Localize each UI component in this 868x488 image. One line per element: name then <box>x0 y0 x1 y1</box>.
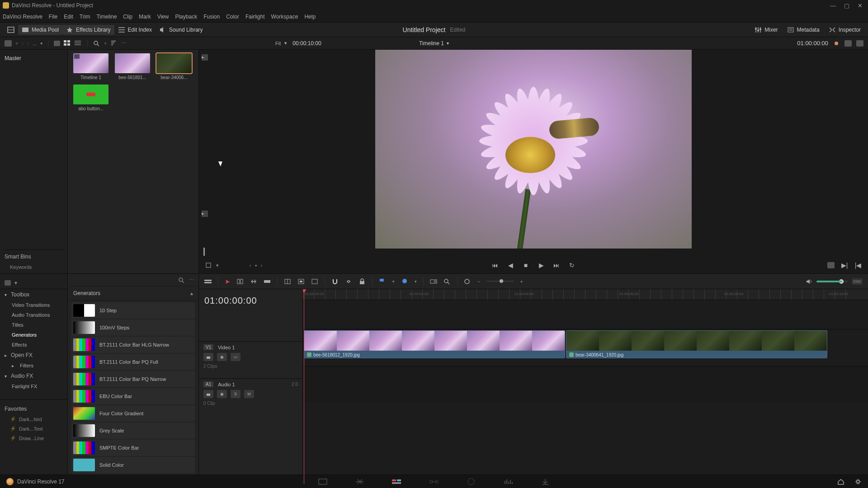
openfx-section[interactable]: ▸Open FX <box>0 350 67 361</box>
menu-clip[interactable]: Clip <box>123 14 132 20</box>
media-clip[interactable]: abo button... <box>72 84 109 111</box>
menu-view[interactable]: View <box>157 14 169 20</box>
volume-slider[interactable] <box>816 281 848 282</box>
solo-button[interactable]: S <box>231 390 241 398</box>
timeline-view-icon[interactable] <box>204 278 212 285</box>
generator-item[interactable]: BT.2111 Color Bar PQ Narrow <box>71 371 195 387</box>
favorite-item[interactable]: ⚡Dark...Text <box>0 424 67 433</box>
layout-button[interactable] <box>4 25 18 35</box>
collapse-icon[interactable]: ▴ <box>190 290 193 296</box>
dim-badge[interactable]: DIM <box>852 278 863 285</box>
snap-icon[interactable] <box>331 278 339 285</box>
media-pool-toggle[interactable]: Media Pool <box>18 25 62 35</box>
filters-item[interactable]: ▸Filters <box>0 361 67 371</box>
zoom-slider-knob[interactable] <box>500 279 503 283</box>
video-track-lane[interactable]: bee-5618012_1920.jpg bear-3400641_1920.j… <box>303 329 868 366</box>
selection-tool[interactable]: ➤ <box>225 278 230 285</box>
crop-icon[interactable] <box>205 262 212 268</box>
options-dots[interactable]: ⋯ <box>121 40 126 46</box>
home-icon[interactable] <box>837 479 844 485</box>
zoom-selection-icon[interactable] <box>430 278 437 285</box>
close-button[interactable]: ✕ <box>858 2 863 9</box>
options-dots[interactable]: ⋯ <box>189 277 194 283</box>
audiofx-section[interactable]: ▾Audio FX <box>0 371 67 381</box>
edit-index-toggle[interactable]: Edit Index <box>114 25 156 35</box>
audio-track-header[interactable]: A1 Audio 1 2.0 ◉ S M 0 Clip <box>199 378 302 415</box>
audio-track-tag[interactable]: A1 <box>203 381 213 387</box>
deliver-page-button[interactable] <box>540 478 550 486</box>
stop-button[interactable]: ■ <box>522 262 529 269</box>
track-enable-button[interactable]: ◉ <box>217 353 227 361</box>
media-clip[interactable]: bee-561801... <box>114 53 151 80</box>
effects-item[interactable]: Effects <box>0 340 67 350</box>
chevron-down-icon[interactable]: ▾ <box>447 41 449 46</box>
generators-item[interactable]: Generators <box>0 330 67 340</box>
timeline-clip-1[interactable]: bee-5618012_1920.jpg <box>304 330 565 358</box>
generator-item[interactable]: EBU Color Bar <box>71 388 195 404</box>
mixer-toggle[interactable]: Mixer <box>751 25 781 35</box>
track-enable-button[interactable]: ◉ <box>217 390 227 398</box>
insert-icon[interactable] <box>284 278 291 285</box>
trim-tool-icon[interactable] <box>236 278 244 285</box>
viewer-arrow-bottom[interactable]: ▸ <box>202 211 208 217</box>
prev-frame-button[interactable]: ◀ <box>507 262 514 269</box>
zoom-minus[interactable]: − <box>477 279 480 284</box>
first-frame-button[interactable]: ⏮ <box>491 262 499 269</box>
timeline-name[interactable]: Timeline 1 <box>419 40 444 47</box>
media-page-button[interactable] <box>318 478 328 486</box>
match-frame-icon[interactable] <box>827 262 835 268</box>
menu-help[interactable]: Help <box>304 14 316 20</box>
timeline-ruler[interactable]: 01:00:00:0001:00:02:0001:00:04:0001:00:0… <box>303 289 868 300</box>
fusion-page-button[interactable] <box>429 478 439 486</box>
generator-item[interactable]: 10 Step <box>71 302 195 319</box>
nav-back-icon[interactable]: ‹ <box>22 40 24 47</box>
thumbnails-view[interactable] <box>54 41 60 46</box>
timeline-tracks-area[interactable]: 01:00:00:0001:00:02:0001:00:04:0001:00:0… <box>303 289 868 484</box>
video-track-tag[interactable]: V1 <box>203 344 213 350</box>
inspector-toggle[interactable]: Inspector <box>825 25 864 35</box>
favorite-item[interactable]: ⚡Dark...hird <box>0 414 67 424</box>
viewer-scrub-bar[interactable] <box>203 250 863 256</box>
chevron-down-icon[interactable]: ▾ <box>14 280 17 286</box>
menu-file[interactable]: File <box>49 14 57 20</box>
video-transitions-item[interactable]: Video Transitions <box>0 300 67 310</box>
menu-icon[interactable] <box>856 40 863 47</box>
prev-edit-icon[interactable]: ‹ <box>250 263 251 268</box>
favorite-item[interactable]: ⚡Draw...Line <box>0 433 67 443</box>
list-view-icon[interactable] <box>75 40 82 47</box>
track-box-button[interactable]: ▭ <box>231 353 241 361</box>
grid-view-icon[interactable] <box>64 40 71 47</box>
fx-view-icon[interactable] <box>5 280 11 286</box>
menu-mark[interactable]: Mark <box>139 14 151 20</box>
smart-bin-keywords[interactable]: Keywords <box>5 264 63 270</box>
viewer-arrow-top[interactable]: ▸ <box>202 54 208 61</box>
chevron-down-icon[interactable]: ▾ <box>216 263 219 268</box>
generator-item[interactable]: BT.2111 Color Bar PQ Full <box>71 354 195 370</box>
overwrite-icon[interactable] <box>297 278 305 285</box>
dynamic-trim-icon[interactable] <box>250 278 257 285</box>
replace-icon[interactable] <box>311 278 318 285</box>
edit-page-button[interactable] <box>392 478 402 486</box>
menu-color[interactable]: Color <box>226 14 239 20</box>
color-page-button[interactable] <box>466 478 476 486</box>
effects-library-toggle[interactable]: Effects Library <box>62 25 114 35</box>
search-icon[interactable] <box>178 277 185 283</box>
bin-master[interactable]: Master <box>5 53 63 63</box>
chevron-down-icon[interactable]: ▾ <box>15 40 18 47</box>
menu-edit[interactable]: Edit <box>64 14 73 20</box>
chevron-down-icon[interactable]: ▾ <box>415 279 417 284</box>
menu-timeline[interactable]: Timeline <box>96 14 117 20</box>
nav-fwd-icon[interactable]: › <box>27 40 29 47</box>
generator-item[interactable]: 100mV Steps <box>71 319 195 336</box>
marker-icon[interactable] <box>401 278 408 285</box>
chevron-down-icon[interactable]: ▾ <box>392 279 395 284</box>
video-track-header[interactable]: V1 Video 1 ◉ ▭ 2 Clips <box>199 341 302 378</box>
timeline-clip-2[interactable]: bear-3400641_1920.jpg <box>566 330 827 358</box>
viewer-canvas[interactable]: ▸ ▸ <box>199 50 868 249</box>
menu-workspace[interactable]: Workspace <box>271 14 298 20</box>
generator-item[interactable]: Grey Scale <box>71 422 195 439</box>
chevron-down-icon[interactable]: ▾ <box>104 40 107 47</box>
sort-icon[interactable] <box>110 40 118 47</box>
fit-label[interactable]: Fit <box>275 41 281 46</box>
link-icon[interactable] <box>345 278 352 285</box>
